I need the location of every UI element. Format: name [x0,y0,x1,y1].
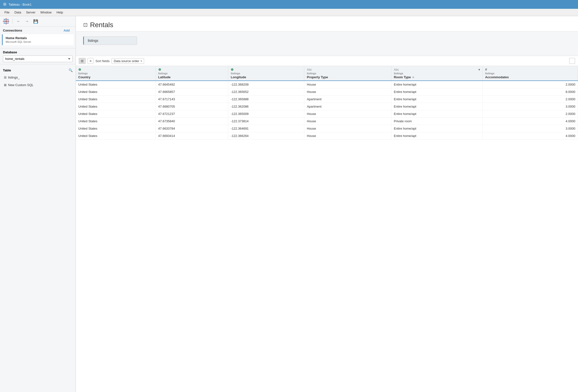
table-label: Table [3,68,11,72]
table-section-header: Table 🔍 [3,68,73,72]
menu-data[interactable]: Data [12,9,23,15]
col-header-latitude: ⊕ listings Latitude [156,66,228,81]
table-cell: 2.0000 [482,81,578,88]
custom-sql-icon: ⊞ [4,83,7,87]
list-view-button[interactable]: ≡ [88,58,94,64]
col-type-icon-longitude: ⊕ [231,68,234,71]
table-cell: 47.6717143 [156,96,228,103]
table-cell: 3.0000 [482,125,578,132]
col-source-property-type: listings [307,72,389,75]
sort-fields-label: Sort fields [96,59,110,63]
table-cell: -122.365009 [228,110,304,118]
table-cell: House [304,125,391,132]
back-button[interactable]: ← [15,19,22,24]
section-divider-1 [0,48,76,48]
table-cell: House [304,110,391,118]
table-cell: House [304,88,391,96]
table-cell: Entire home/apt [391,96,482,103]
table-cell: Entire home/apt [391,103,482,110]
table-row: United States47.6717143-122.365888Apartm… [76,96,578,103]
connection-item[interactable]: Home Rentals Microsoft SQL Server [2,34,74,45]
left-panel: ← → 💾 Connections Add Home Rentals Micro… [0,16,76,392]
database-select[interactable]: home_rentals [3,55,73,62]
col-source-room-type: listings [394,72,480,75]
table-cell: United States [76,132,156,140]
app-logo-icon: ❊ [3,2,7,7]
grid-corner-button[interactable] [569,58,575,64]
canvas-area: listings [76,32,578,56]
svg-point-6 [6,21,7,22]
table-cell: 47.6665857 [156,88,228,96]
table-cell: -122.365888 [228,96,304,103]
col-name-latitude: Latitude [158,75,226,79]
table-cell: Apartment [304,96,391,103]
table-section: Table 🔍 ⊞ listings_ ⊞ New Custom SQL [0,66,76,392]
table-header-row: ⊕ listings Country ⊕ listings L [76,66,578,81]
col-name-accommodates: Accommodates [485,75,575,79]
table-cell: -122.366264 [228,132,304,140]
table-cell: Entire home/apt [391,132,482,140]
custom-sql-label: New Custom SQL [8,83,34,87]
connection-subtype: Microsoft SQL Server [6,40,71,43]
table-cell: 2.0000 [482,110,578,118]
table-cell: House [304,118,391,125]
table-row: United States47.6665857-122.365652HouseE… [76,88,578,96]
canvas-table-badge: listings [83,37,137,45]
table-cell: United States [76,125,156,132]
table-cell: -122.368209 [228,81,304,88]
table-cell: United States [76,96,156,103]
menu-window[interactable]: Window [38,9,54,15]
toolbar-divider [12,19,12,24]
table-cell: Entire home/apt [391,110,482,118]
left-toolbar: ← → 💾 [0,16,76,27]
table-cell: 2.0000 [482,96,578,103]
table-cell: 47.6693414 [156,132,228,140]
table-search-icon[interactable]: 🔍 [68,68,73,72]
table-cell: -122.362086 [228,103,304,110]
menu-file[interactable]: File [2,9,12,15]
connections-section-header: Connections Add [0,27,76,33]
table-cell: United States [76,110,156,118]
col-type-icon-country: ⊕ [78,68,81,71]
menu-help[interactable]: Help [54,9,66,15]
table-row: United States47.6721237-122.365009HouseE… [76,110,578,118]
table-grid-icon: ⊞ [4,76,7,79]
table-cell: Entire home/apt [391,125,482,132]
table-cell: Entire home/apt [391,88,482,96]
table-row: United States47.6735840-122.373814HouseP… [76,118,578,125]
table-scroll-area[interactable]: ⊕ listings Country ⊕ listings L [76,66,578,392]
grid-toolbar: ⊞ ≡ Sort fields Data source order ▾ [76,56,578,66]
col-source-accommodates: listings [485,72,575,75]
col-name-property-type: Property Type [307,75,389,79]
col-name-room-type: Room Type [394,75,411,79]
table-cell: -122.364691 [228,125,304,132]
table-cell: Private room [391,118,482,125]
col-header-property-type: Abc listings Property Type [304,66,391,81]
table-cell: House [304,81,391,88]
sort-order-select[interactable]: Data source order ▾ [111,58,144,64]
table-cell: United States [76,118,156,125]
save-button[interactable]: 💾 [32,19,39,24]
forward-button[interactable]: → [24,19,30,24]
connection-name: Home Rentals [6,36,71,40]
table-cell: Apartment [304,103,391,110]
database-label: Database [3,50,73,54]
col-filter-icon-room-type[interactable]: ▾ [479,68,480,71]
table-item-listings[interactable]: ⊞ listings_ [3,74,73,81]
menu-server[interactable]: Server [23,9,38,15]
grid-view-button[interactable]: ⊞ [79,58,86,64]
new-custom-sql-item[interactable]: ⊞ New Custom SQL [3,82,73,88]
col-header-longitude: ⊕ listings Longitude [228,66,304,81]
table-row: United States47.6633784-122.364691HouseE… [76,125,578,132]
data-table: ⊕ listings Country ⊕ listings L [76,66,578,140]
database-section: Database home_rentals [0,50,76,62]
datasource-title: Rentals [90,21,113,29]
table-cell: 47.6721237 [156,110,228,118]
add-connection-button[interactable]: Add [64,29,73,32]
table-cell: -122.373814 [228,118,304,125]
table-item-label: listings_ [8,76,20,79]
datasource-header: ⊡ Rentals [76,16,578,32]
tableau-logo-icon [3,18,9,24]
table-cell: 8.0000 [482,88,578,96]
col-source-latitude: listings [158,72,226,75]
